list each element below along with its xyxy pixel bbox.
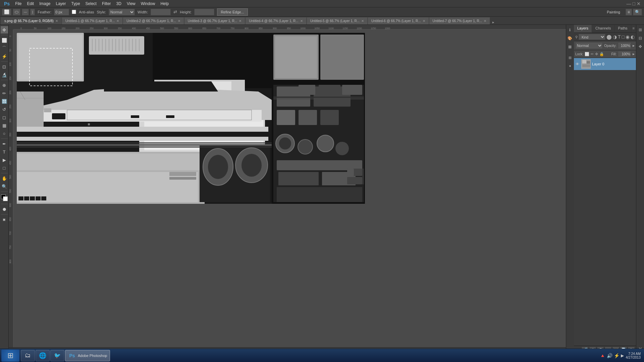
history-tool-btn[interactable]: ↺ (1, 106, 8, 113)
tab-3-close[interactable]: ✕ (239, 19, 241, 23)
start-button[interactable]: ⊞ (1, 350, 19, 362)
right-strip-btn-1[interactable]: ⊞ (637, 26, 644, 34)
systray-network-icon[interactable]: 🔺 (600, 353, 605, 358)
menu-layer[interactable]: Layer (53, 1, 69, 7)
filter-icon-px[interactable]: ⬤ (606, 34, 612, 40)
marquee-ellipse-btn[interactable]: ⬭ (13, 9, 20, 15)
tab-2-close[interactable]: ✕ (178, 19, 180, 23)
zoom-tool-btn[interactable]: 🔍 (1, 183, 8, 190)
marquee-tool-btn[interactable]: ⬜ (1, 37, 8, 44)
heal-tool-btn[interactable]: ⊕ (1, 81, 8, 89)
shape-tool-btn[interactable]: □ (1, 164, 8, 172)
systray-battery-icon[interactable]: ⚡ (614, 353, 620, 358)
tab-4-close[interactable]: ✕ (300, 19, 303, 23)
layer-visibility-icon[interactable]: 👁 (575, 62, 580, 66)
eraser-tool-btn[interactable]: ◻ (1, 114, 8, 121)
opacity-input[interactable] (618, 42, 631, 49)
ps-logo[interactable]: Ps (1, 0, 12, 7)
stamp-tool-btn[interactable]: 🔠 (1, 98, 8, 105)
fill-arrow[interactable]: ▸ (633, 52, 635, 56)
background-color[interactable] (3, 196, 8, 201)
tab-1[interactable]: Untitled-1 @ 66.7% (Layer 1, R... ✕ (62, 17, 123, 24)
brush-tool-btn[interactable]: ✏ (1, 89, 8, 97)
filter-icon-shape[interactable]: □ (622, 34, 625, 40)
taskbar-clock[interactable]: 7:24 AM 4/27/2013 (626, 352, 641, 359)
filter-icon-adj[interactable]: ◑ (613, 34, 617, 40)
close-btn[interactable]: ✕ (637, 1, 641, 6)
maximize-btn[interactable]: □ (633, 1, 635, 6)
taskbar-browser-btn[interactable]: 🌐 (36, 350, 50, 361)
panel-tab-layers[interactable]: Layers (574, 25, 592, 33)
menu-image[interactable]: Image (37, 1, 53, 7)
layer-filter-select[interactable]: Kind (579, 34, 605, 40)
search-btn[interactable]: 🔍 (633, 9, 642, 15)
marquee-rect-btn[interactable]: ⬜ (2, 9, 11, 15)
canvas-viewport[interactable] (13, 29, 561, 347)
panel-icon-styles[interactable]: ✦ (566, 62, 574, 70)
menu-file[interactable]: File (12, 1, 24, 7)
marquee-single-col-btn[interactable]: | (30, 9, 35, 15)
menu-select[interactable]: Select (83, 1, 99, 7)
tab-5-close[interactable]: ✕ (361, 19, 364, 23)
lock-image-icon[interactable]: ✏ (591, 52, 594, 56)
pen-tool-btn[interactable]: ✒ (1, 140, 8, 147)
width-input[interactable] (151, 9, 171, 15)
type-tool-btn[interactable]: T (1, 148, 8, 156)
menu-help[interactable]: Help (158, 1, 171, 7)
quick-mask-btn[interactable]: ⬤ (1, 205, 8, 213)
menu-filter[interactable]: Filter (99, 1, 114, 7)
filter-toggle[interactable]: ◐ (631, 34, 635, 40)
gradient-tool-btn[interactable]: ▦ (1, 122, 8, 129)
right-strip-btn-2[interactable]: ⊟ (637, 35, 644, 42)
tab-7-close[interactable]: ✕ (484, 19, 486, 23)
hand-tool-btn[interactable]: ✋ (1, 175, 8, 182)
blend-mode-select[interactable]: Normal Dissolve Multiply Screen Overlay (575, 42, 603, 49)
panel-icon-info[interactable]: ℹ (566, 26, 574, 34)
tab-5[interactable]: Untitled-5 @ 66.7% (Layer 1, R... ✕ (307, 17, 368, 24)
move-tool-btn[interactable]: ✥ (1, 26, 8, 34)
crop-tool-btn[interactable]: ⊡ (1, 63, 8, 70)
panel-icon-swatches[interactable]: ▦ (566, 43, 574, 50)
tab-6[interactable]: Untitled-6 @ 66.7% (Layer 1, R... ✕ (368, 17, 429, 24)
antialias-checkbox[interactable] (72, 10, 76, 14)
menu-window[interactable]: Window (138, 1, 158, 7)
tab-6-close[interactable]: ✕ (423, 19, 425, 23)
eyedropper-tool-btn[interactable]: 🔬 (1, 71, 8, 78)
dodge-tool-btn[interactable]: ○ (1, 130, 8, 137)
tab-4[interactable]: Untitled-4 @ 66.7% (Layer 1, R... ✕ (245, 17, 306, 24)
taskbar-explorer-btn[interactable]: 🗂 (21, 350, 35, 361)
lasso-tool-btn[interactable]: ⌒ (1, 45, 8, 52)
wand-tool-btn[interactable]: ⚡ (1, 53, 8, 60)
menu-3d[interactable]: 3D (114, 1, 124, 7)
tab-0[interactable]: s.png @ 66.7% (Layer 0, RGB/8) ✕ (1, 17, 62, 24)
taskbar-bird-btn[interactable]: 🐦 (50, 350, 64, 361)
tab-overflow-btn[interactable]: ▸ (490, 20, 497, 24)
menu-view[interactable]: View (124, 1, 138, 7)
tab-1-close[interactable]: ✕ (116, 19, 119, 23)
refine-edge-btn[interactable]: Refine Edge... (217, 8, 248, 16)
tab-7[interactable]: Untitled-7 @ 66.7% (Layer 1, R... ✕ (429, 17, 490, 24)
menu-type[interactable]: Type (69, 1, 83, 7)
opacity-arrow[interactable]: ▸ (633, 43, 635, 48)
tab-0-close[interactable]: ✕ (55, 19, 58, 23)
tab-3[interactable]: Untitled-3 @ 66.7% (Layer 1, R... ✕ (184, 17, 245, 24)
panel-icon-adjustments[interactable]: ⊞ (566, 54, 574, 61)
filter-icon-type[interactable]: T (618, 34, 621, 40)
panel-menu-btn[interactable]: ≡ (631, 25, 636, 33)
workspace-settings-btn[interactable]: ≡ (626, 9, 632, 15)
lock-position-icon[interactable]: ✥ (595, 52, 598, 56)
marquee-single-row-btn[interactable]: — (22, 9, 29, 15)
systray-wifi-icon[interactable]: ▶ (621, 353, 624, 358)
tab-2[interactable]: Untitled-2 @ 66.7% (Layer 1, R... ✕ (123, 17, 184, 24)
taskbar-photoshop-btn[interactable]: Ps Adobe Photoshop (65, 350, 110, 361)
lock-all-icon[interactable]: 🔒 (599, 52, 604, 56)
layer-item-0[interactable]: 👁 Layer 0 (574, 58, 636, 70)
style-select[interactable]: Normal Fixed Ratio Fixed Size (109, 9, 135, 15)
panel-tab-channels[interactable]: Channels (592, 25, 614, 33)
filter-icon-smart[interactable]: ◉ (626, 34, 630, 40)
swap-dimensions-btn[interactable]: ⇄ (173, 9, 177, 14)
lock-transparent-icon[interactable]: ⬜ (585, 52, 589, 56)
path-select-tool-btn[interactable]: ▶ (1, 156, 8, 164)
systray-speaker-icon[interactable]: 🔊 (607, 353, 612, 358)
feather-input[interactable] (54, 9, 69, 15)
